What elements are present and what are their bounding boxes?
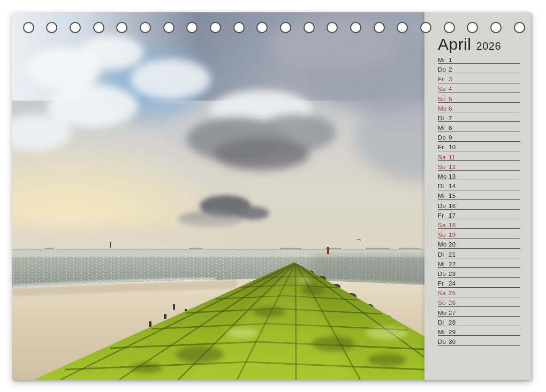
weekday-label: Fr: [438, 280, 449, 287]
weekday-label: Di: [438, 183, 449, 189]
weekday-label: Sa: [438, 222, 449, 228]
day-number: 2: [449, 66, 452, 73]
weekday-label: So: [438, 164, 449, 170]
day-number: 7: [449, 115, 452, 121]
weekday-label: Mi: [438, 193, 449, 199]
day-row: Mi22: [438, 258, 520, 268]
weekday-label: Mo: [438, 241, 449, 248]
day-number: 22: [449, 261, 456, 267]
day-row: Mi8: [438, 122, 520, 132]
weekday-label: Mi: [438, 261, 449, 267]
day-row: Mo20: [438, 239, 520, 249]
binding-hole: [444, 22, 455, 33]
weekday-label: Sa: [438, 86, 449, 92]
day-row: Mo6: [438, 103, 520, 112]
day-list: Mi1Do2Fr3Sa4So5Mo6Di7Mi8Do9Fr10Sa11So12M…: [438, 54, 520, 346]
date-panel: April2026 Mi1Do2Fr3Sa4So5Mo6Di7Mi8Do9Fr1…: [424, 12, 531, 380]
binding-hole: [163, 22, 175, 33]
weekday-label: Fr: [438, 76, 449, 82]
binding-hole: [397, 22, 408, 33]
day-number: 21: [449, 251, 456, 258]
binding-hole: [420, 22, 431, 33]
weekday-label: Do: [438, 203, 449, 209]
weekday-label: Mo: [438, 173, 449, 180]
binding-hole: [374, 22, 385, 33]
red-beacon: [327, 247, 329, 254]
day-row: Fr10: [438, 142, 520, 151]
binding-hole: [140, 22, 151, 33]
binding-hole: [256, 22, 268, 33]
day-row: Di21: [438, 249, 520, 258]
day-row: Fr17: [438, 210, 520, 219]
day-number: 1: [449, 57, 452, 63]
day-row: Do2: [438, 64, 520, 73]
day-row: Mi29: [438, 326, 520, 336]
day-row: Di28: [438, 317, 520, 326]
day-row: Do16: [438, 200, 520, 210]
day-number: 29: [449, 329, 456, 335]
day-row: Sa11: [438, 151, 520, 161]
weekday-label: Fr: [438, 144, 449, 150]
day-row: So5: [438, 93, 520, 103]
weekday-label: Di: [438, 319, 449, 326]
weekday-label: So: [438, 232, 449, 238]
binding-hole: [46, 22, 57, 33]
day-number: 28: [449, 319, 456, 326]
day-number: 8: [449, 125, 452, 131]
weekday-label: Mi: [438, 125, 449, 131]
day-row: So12: [438, 161, 520, 171]
day-row: Fr24: [438, 278, 520, 287]
day-row: Sa4: [438, 83, 520, 93]
weekday-label: Mo: [438, 105, 449, 112]
day-row: Mi15: [438, 190, 520, 200]
weekday-label: Mo: [438, 310, 449, 316]
binding-hole: [186, 22, 198, 33]
day-number: 3: [449, 76, 452, 82]
day-number: 6: [449, 105, 452, 112]
day-number: 11: [449, 154, 456, 160]
binding-hole: [93, 22, 104, 33]
day-row: Mi1: [438, 54, 520, 64]
day-number: 10: [449, 144, 456, 150]
weekday-label: Fr: [438, 212, 449, 219]
binding-hole: [23, 22, 34, 33]
weekday-label: So: [438, 299, 449, 306]
binding-hole: [280, 22, 291, 33]
day-number: 19: [449, 232, 456, 238]
day-row: Mo13: [438, 171, 520, 180]
day-number: 16: [449, 203, 456, 209]
weekday-label: Di: [438, 251, 449, 258]
weekday-label: So: [438, 96, 449, 102]
day-row: Sa25: [438, 288, 520, 297]
beach-photo: [12, 12, 424, 380]
day-number: 17: [449, 212, 456, 219]
binding-hole: [304, 22, 315, 33]
day-row: Fr3: [438, 73, 520, 83]
calendar-page: April2026 Mi1Do2Fr3Sa4So5Mo6Di7Mi8Do9Fr1…: [12, 12, 531, 380]
binding-hole: [327, 22, 338, 33]
binding-hole: [490, 22, 502, 33]
day-number: 30: [449, 339, 456, 345]
weekday-label: Do: [438, 66, 449, 73]
weekday-label: Do: [438, 271, 449, 277]
day-number: 27: [449, 310, 456, 316]
day-number: 5: [449, 96, 452, 102]
day-number: 12: [449, 164, 456, 170]
day-row: Di14: [438, 180, 520, 190]
weekday-label: Sa: [438, 290, 449, 296]
binding-hole: [233, 22, 245, 33]
beach-photo-illustration: [12, 12, 424, 380]
day-row: So19: [438, 229, 520, 239]
weekday-label: Mi: [438, 329, 449, 335]
weekday-label: Di: [438, 115, 449, 121]
weekday-label: Do: [438, 339, 449, 345]
day-number: 25: [449, 290, 456, 296]
binding-hole: [210, 22, 221, 33]
day-number: 14: [449, 183, 456, 189]
day-number: 20: [449, 241, 456, 248]
day-number: 26: [449, 299, 456, 306]
day-number: 15: [449, 193, 456, 199]
day-number: 23: [449, 271, 456, 277]
binding-holes: [12, 12, 531, 44]
binding-hole: [70, 22, 81, 33]
